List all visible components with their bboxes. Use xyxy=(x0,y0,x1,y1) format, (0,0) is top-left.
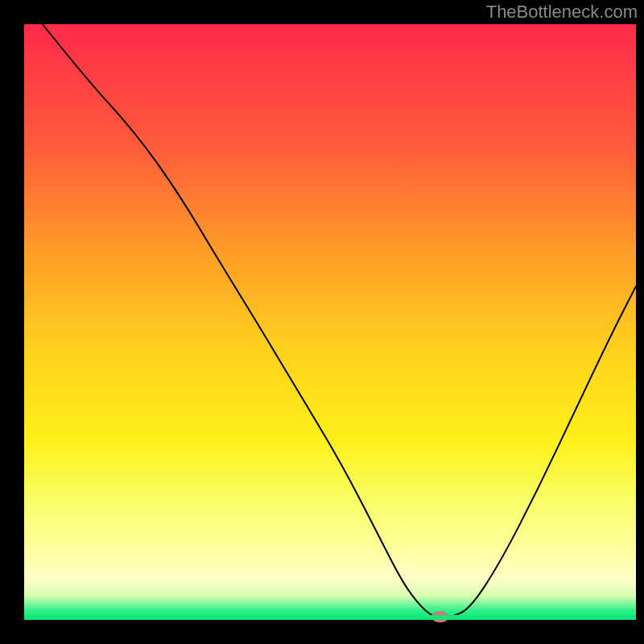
chart-svg xyxy=(0,0,644,644)
bottleneck-chart: TheBottleneck.com xyxy=(0,0,644,644)
baseline-bar xyxy=(24,615,636,620)
watermark-text: TheBottleneck.com xyxy=(486,2,638,23)
plot-background xyxy=(24,24,636,620)
